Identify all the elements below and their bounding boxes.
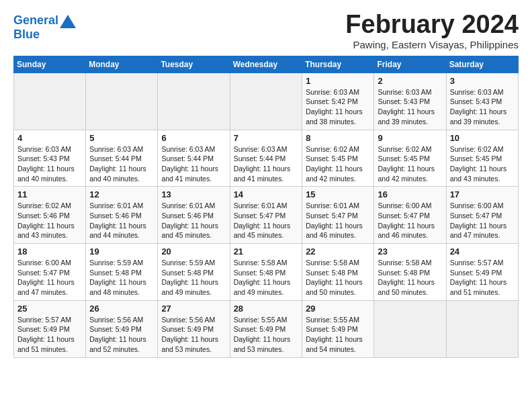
calendar-cell: 27Sunrise: 5:56 AM Sunset: 5:49 PM Dayli… xyxy=(158,300,230,357)
title-area: February 2024 Pawing, Eastern Visayas, P… xyxy=(345,11,519,50)
calendar-cell: 10Sunrise: 6:02 AM Sunset: 5:45 PM Dayli… xyxy=(446,130,518,187)
day-info: Sunrise: 5:56 AM Sunset: 5:49 PM Dayligh… xyxy=(161,315,226,355)
location-subtitle: Pawing, Eastern Visayas, Philippines xyxy=(345,39,519,50)
weekday-header-wednesday: Wednesday xyxy=(230,56,302,73)
calendar-cell: 16Sunrise: 6:00 AM Sunset: 5:47 PM Dayli… xyxy=(374,187,446,244)
calendar-cell: 18Sunrise: 6:00 AM Sunset: 5:47 PM Dayli… xyxy=(14,244,86,301)
calendar-cell: 17Sunrise: 6:00 AM Sunset: 5:47 PM Dayli… xyxy=(446,187,518,244)
weekday-header-sunday: Sunday xyxy=(14,56,86,73)
svg-marker-0 xyxy=(60,15,76,28)
calendar-cell: 12Sunrise: 6:01 AM Sunset: 5:46 PM Dayli… xyxy=(86,187,158,244)
calendar-cell: 3Sunrise: 6:03 AM Sunset: 5:43 PM Daylig… xyxy=(446,73,518,130)
day-number: 2 xyxy=(378,76,442,86)
day-number: 13 xyxy=(161,189,226,199)
header: General Blue February 2024 Pawing, Easte… xyxy=(13,11,519,50)
calendar-cell xyxy=(14,73,86,130)
logo-blue: Blue xyxy=(13,28,76,42)
day-number: 1 xyxy=(306,76,370,86)
day-info: Sunrise: 5:58 AM Sunset: 5:48 PM Dayligh… xyxy=(378,258,442,298)
day-number: 4 xyxy=(17,133,82,143)
calendar-cell: 13Sunrise: 6:01 AM Sunset: 5:46 PM Dayli… xyxy=(158,187,230,244)
day-number: 22 xyxy=(306,246,370,257)
calendar-week-2: 4Sunrise: 6:03 AM Sunset: 5:43 PM Daylig… xyxy=(14,130,519,187)
day-number: 12 xyxy=(89,189,154,199)
calendar-header-row: SundayMondayTuesdayWednesdayThursdayFrid… xyxy=(14,56,519,73)
day-number: 9 xyxy=(378,133,442,143)
calendar-cell xyxy=(374,300,446,357)
calendar-week-5: 25Sunrise: 5:57 AM Sunset: 5:49 PM Dayli… xyxy=(14,300,519,357)
calendar-cell: 24Sunrise: 5:57 AM Sunset: 5:49 PM Dayli… xyxy=(446,244,518,301)
day-number: 20 xyxy=(161,246,226,257)
day-number: 8 xyxy=(306,133,370,143)
day-info: Sunrise: 6:02 AM Sunset: 5:45 PM Dayligh… xyxy=(378,144,442,184)
logo-text: General xyxy=(13,14,58,28)
calendar-cell: 14Sunrise: 6:01 AM Sunset: 5:47 PM Dayli… xyxy=(230,187,302,244)
month-title: February 2024 xyxy=(345,11,519,39)
calendar-cell: 6Sunrise: 6:03 AM Sunset: 5:44 PM Daylig… xyxy=(158,130,230,187)
day-info: Sunrise: 5:58 AM Sunset: 5:48 PM Dayligh… xyxy=(306,258,370,298)
day-info: Sunrise: 6:01 AM Sunset: 5:46 PM Dayligh… xyxy=(89,201,154,240)
logo-general: General xyxy=(13,13,58,27)
calendar-cell: 5Sunrise: 6:03 AM Sunset: 5:44 PM Daylig… xyxy=(86,130,158,187)
calendar-cell xyxy=(158,73,230,130)
calendar-cell: 1Sunrise: 6:03 AM Sunset: 5:42 PM Daylig… xyxy=(302,73,374,130)
day-number: 28 xyxy=(234,304,299,314)
day-number: 23 xyxy=(378,246,442,257)
calendar-cell: 7Sunrise: 6:03 AM Sunset: 5:44 PM Daylig… xyxy=(230,130,302,187)
day-number: 17 xyxy=(450,189,515,199)
weekday-header-saturday: Saturday xyxy=(446,56,518,73)
day-info: Sunrise: 6:00 AM Sunset: 5:47 PM Dayligh… xyxy=(378,201,442,240)
weekday-header-monday: Monday xyxy=(86,56,158,73)
day-info: Sunrise: 5:55 AM Sunset: 5:49 PM Dayligh… xyxy=(306,315,370,355)
calendar-cell: 25Sunrise: 5:57 AM Sunset: 5:49 PM Dayli… xyxy=(14,300,86,357)
day-number: 25 xyxy=(17,304,82,314)
calendar-cell: 19Sunrise: 5:59 AM Sunset: 5:48 PM Dayli… xyxy=(86,244,158,301)
calendar-cell: 29Sunrise: 5:55 AM Sunset: 5:49 PM Dayli… xyxy=(302,300,374,357)
calendar-week-1: 1Sunrise: 6:03 AM Sunset: 5:42 PM Daylig… xyxy=(14,73,519,130)
weekday-header-friday: Friday xyxy=(374,56,446,73)
day-info: Sunrise: 6:03 AM Sunset: 5:42 PM Dayligh… xyxy=(306,87,370,127)
day-number: 27 xyxy=(161,304,226,314)
day-info: Sunrise: 6:03 AM Sunset: 5:44 PM Dayligh… xyxy=(161,144,226,184)
weekday-header-thursday: Thursday xyxy=(302,56,374,73)
logo-icon xyxy=(60,15,76,28)
day-number: 18 xyxy=(17,246,82,257)
day-info: Sunrise: 6:03 AM Sunset: 5:44 PM Dayligh… xyxy=(89,144,154,184)
day-number: 29 xyxy=(306,304,370,314)
day-number: 10 xyxy=(450,133,515,143)
calendar-week-3: 11Sunrise: 6:02 AM Sunset: 5:46 PM Dayli… xyxy=(14,187,519,244)
day-info: Sunrise: 6:00 AM Sunset: 5:47 PM Dayligh… xyxy=(17,258,82,298)
day-info: Sunrise: 6:02 AM Sunset: 5:46 PM Dayligh… xyxy=(17,201,82,240)
day-number: 5 xyxy=(89,133,154,143)
calendar-cell: 2Sunrise: 6:03 AM Sunset: 5:43 PM Daylig… xyxy=(374,73,446,130)
day-info: Sunrise: 6:03 AM Sunset: 5:44 PM Dayligh… xyxy=(234,144,299,184)
day-number: 16 xyxy=(378,189,442,199)
day-number: 15 xyxy=(306,189,370,199)
day-info: Sunrise: 6:01 AM Sunset: 5:47 PM Dayligh… xyxy=(306,201,370,240)
calendar-cell: 9Sunrise: 6:02 AM Sunset: 5:45 PM Daylig… xyxy=(374,130,446,187)
day-info: Sunrise: 6:03 AM Sunset: 5:43 PM Dayligh… xyxy=(450,87,515,127)
calendar-cell xyxy=(446,300,518,357)
day-info: Sunrise: 6:03 AM Sunset: 5:43 PM Dayligh… xyxy=(378,87,442,127)
logo: General Blue xyxy=(13,13,76,42)
day-info: Sunrise: 6:02 AM Sunset: 5:45 PM Dayligh… xyxy=(306,144,370,184)
calendar-week-4: 18Sunrise: 6:00 AM Sunset: 5:47 PM Dayli… xyxy=(14,244,519,301)
day-info: Sunrise: 6:01 AM Sunset: 5:47 PM Dayligh… xyxy=(234,201,299,240)
calendar-cell: 26Sunrise: 5:56 AM Sunset: 5:49 PM Dayli… xyxy=(86,300,158,357)
day-info: Sunrise: 5:57 AM Sunset: 5:49 PM Dayligh… xyxy=(450,258,515,298)
day-number: 14 xyxy=(234,189,299,199)
day-info: Sunrise: 5:59 AM Sunset: 5:48 PM Dayligh… xyxy=(89,258,154,298)
day-info: Sunrise: 6:03 AM Sunset: 5:43 PM Dayligh… xyxy=(17,144,82,184)
day-number: 6 xyxy=(161,133,226,143)
day-number: 21 xyxy=(234,246,299,257)
day-info: Sunrise: 5:55 AM Sunset: 5:49 PM Dayligh… xyxy=(234,315,299,355)
day-number: 24 xyxy=(450,246,515,257)
calendar-cell: 20Sunrise: 5:59 AM Sunset: 5:48 PM Dayli… xyxy=(158,244,230,301)
calendar-cell: 21Sunrise: 5:58 AM Sunset: 5:48 PM Dayli… xyxy=(230,244,302,301)
day-number: 7 xyxy=(234,133,299,143)
calendar-cell: 11Sunrise: 6:02 AM Sunset: 5:46 PM Dayli… xyxy=(14,187,86,244)
day-number: 11 xyxy=(17,189,82,199)
calendar-cell: 8Sunrise: 6:02 AM Sunset: 5:45 PM Daylig… xyxy=(302,130,374,187)
calendar-cell: 15Sunrise: 6:01 AM Sunset: 5:47 PM Dayli… xyxy=(302,187,374,244)
calendar-cell xyxy=(230,73,302,130)
